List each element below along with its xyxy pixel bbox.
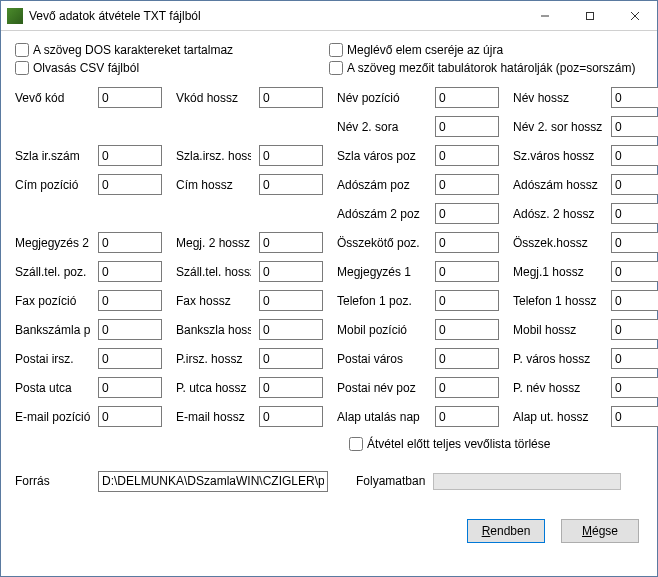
lbl-pvaros-hossz: P. város hossz — [513, 352, 603, 366]
ok-button-tail: endben — [490, 524, 530, 538]
ok-button[interactable]: Rendben — [467, 519, 545, 543]
lbl-posta-utca: Posta utca — [15, 381, 90, 395]
inp-nev-poz[interactable] — [435, 87, 499, 108]
close-icon — [630, 11, 640, 21]
chk-csv[interactable]: Olvasás CSV fájlból — [15, 61, 329, 75]
chk-replace-box[interactable] — [329, 43, 343, 57]
lbl-adoszam-hossz: Adószám hossz — [513, 178, 603, 192]
close-button[interactable] — [612, 1, 657, 31]
inp-szla-irsz-hossz[interactable] — [259, 145, 323, 166]
chk-dos[interactable]: A szöveg DOS karaktereket tartalmaz — [15, 43, 329, 57]
lbl-bankszla-hossz: Bankszla hossz — [176, 323, 251, 337]
lbl-postai-nev-poz: Postai név poz — [337, 381, 427, 395]
lbl-postai-varos: Postai város — [337, 352, 427, 366]
inp-szalltel-hossz[interactable] — [259, 261, 323, 282]
lbl-adoszam2-poz: Adószám 2 poz — [337, 207, 427, 221]
inp-megj2-hossz[interactable] — [259, 232, 323, 253]
lbl-cim-hossz: Cím hossz — [176, 178, 251, 192]
inp-adoszam-poz[interactable] — [435, 174, 499, 195]
chk-clear-box[interactable] — [349, 437, 363, 451]
inp-adoszam2-poz[interactable] — [435, 203, 499, 224]
inp-postai-nev-poz[interactable] — [435, 377, 499, 398]
progress-bar — [433, 473, 621, 490]
lbl-adosz2-hossz: Adósz. 2 hossz — [513, 207, 603, 221]
lbl-cim-poz: Cím pozíció — [15, 178, 90, 192]
inp-tel1-poz[interactable] — [435, 290, 499, 311]
chk-tabs-box[interactable] — [329, 61, 343, 75]
lbl-osszekoto-poz: Összekötő poz. — [337, 236, 427, 250]
inp-email-hossz[interactable] — [259, 406, 323, 427]
inp-nev2-sor-hossz[interactable] — [611, 116, 658, 137]
inp-forras[interactable] — [98, 471, 328, 492]
window-title: Vevő adatok átvétele TXT fájlból — [29, 9, 522, 23]
inp-pirsz-hossz[interactable] — [259, 348, 323, 369]
inp-bankszla-hossz[interactable] — [259, 319, 323, 340]
lbl-forras: Forrás — [15, 474, 90, 488]
lbl-pirsz-hossz: P.irsz. hossz — [176, 352, 251, 366]
inp-fax-hossz[interactable] — [259, 290, 323, 311]
inp-postai-irsz[interactable] — [98, 348, 162, 369]
inp-tel1-hossz[interactable] — [611, 290, 658, 311]
app-icon — [7, 8, 23, 24]
chk-replace[interactable]: Meglévő elem cseréje az újra — [329, 43, 643, 57]
inp-bankszamla-poz[interactable] — [98, 319, 162, 340]
cancel-button[interactable]: Mégse — [561, 519, 639, 543]
inp-vevo-kod[interactable] — [98, 87, 162, 108]
lbl-szalltel-poz: Száll.tel. poz. — [15, 265, 90, 279]
lbl-pnev-hossz: P. név hossz — [513, 381, 603, 395]
lbl-nev-hossz: Név hossz — [513, 91, 603, 105]
inp-alap-ut-hossz[interactable] — [611, 406, 658, 427]
chk-dos-box[interactable] — [15, 43, 29, 57]
inp-alap-utalas-nap[interactable] — [435, 406, 499, 427]
inp-szla-varos-poz[interactable] — [435, 145, 499, 166]
field-grid: Vevő kód Vkód hossz Név pozíció Név hoss… — [15, 87, 643, 427]
inp-sz-varos-hossz[interactable] — [611, 145, 658, 166]
maximize-button[interactable] — [567, 1, 612, 31]
inp-putca-hossz[interactable] — [259, 377, 323, 398]
inp-szla-irszam[interactable] — [98, 145, 162, 166]
inp-megj2[interactable] — [98, 232, 162, 253]
inp-postai-varos[interactable] — [435, 348, 499, 369]
client-area: A szöveg DOS karaktereket tartalmaz Olva… — [1, 31, 657, 576]
inp-nev-hossz[interactable] — [611, 87, 658, 108]
lbl-postai-irsz: Postai irsz. — [15, 352, 90, 366]
inp-osszek-hossz[interactable] — [611, 232, 658, 253]
inp-adosz2-hossz[interactable] — [611, 203, 658, 224]
chk-csv-box[interactable] — [15, 61, 29, 75]
maximize-icon — [585, 11, 595, 21]
lbl-adoszam-poz: Adószám poz — [337, 178, 427, 192]
inp-megj1-hossz[interactable] — [611, 261, 658, 282]
inp-megj1[interactable] — [435, 261, 499, 282]
inp-cim-poz[interactable] — [98, 174, 162, 195]
inp-email-poz[interactable] — [98, 406, 162, 427]
inp-posta-utca[interactable] — [98, 377, 162, 398]
minimize-button[interactable] — [522, 1, 567, 31]
lbl-putca-hossz: P. utca hossz — [176, 381, 251, 395]
inp-mobil-poz[interactable] — [435, 319, 499, 340]
lbl-alap-ut-hossz: Alap ut. hossz — [513, 410, 603, 424]
inp-szalltel-poz[interactable] — [98, 261, 162, 282]
chk-tabs[interactable]: A szöveg mezőit tabulátorok határolják (… — [329, 61, 643, 75]
lbl-fax-hossz: Fax hossz — [176, 294, 251, 308]
chk-clear-label: Átvétel előtt teljes vevőlista törlése — [367, 437, 550, 451]
svg-rect-1 — [586, 12, 593, 19]
inp-pvaros-hossz[interactable] — [611, 348, 658, 369]
inp-vkod-hossz[interactable] — [259, 87, 323, 108]
chk-clear[interactable]: Átvétel előtt teljes vevőlista törlése — [349, 437, 643, 451]
inp-pnev-hossz[interactable] — [611, 377, 658, 398]
lbl-nev2-sora: Név 2. sora — [337, 120, 427, 134]
inp-cim-hossz[interactable] — [259, 174, 323, 195]
inp-nev2-sora[interactable] — [435, 116, 499, 137]
lbl-mobil-poz: Mobil pozíció — [337, 323, 427, 337]
lbl-vevo-kod: Vevő kód — [15, 91, 90, 105]
chk-replace-label: Meglévő elem cseréje az újra — [347, 43, 503, 57]
dialog-window: Vevő adatok átvétele TXT fájlból A szöve… — [0, 0, 658, 577]
lbl-megj2: Megjegyzés 2 — [15, 236, 90, 250]
inp-osszekoto-poz[interactable] — [435, 232, 499, 253]
lbl-mobil-hossz: Mobil hossz — [513, 323, 603, 337]
cancel-button-tail: égse — [592, 524, 618, 538]
inp-fax-poz[interactable] — [98, 290, 162, 311]
inp-mobil-hossz[interactable] — [611, 319, 658, 340]
lbl-email-poz: E-mail pozíció — [15, 410, 90, 424]
inp-adoszam-hossz[interactable] — [611, 174, 658, 195]
